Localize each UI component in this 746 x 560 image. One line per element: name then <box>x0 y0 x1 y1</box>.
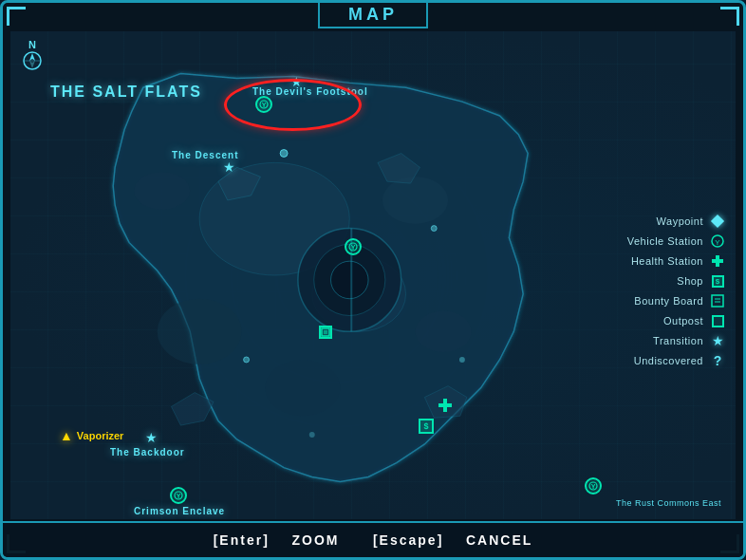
legend-label-health-station: Health Station <box>631 255 703 267</box>
legend-label-outpost: Outpost <box>663 315 703 327</box>
transition-icon-2: ★ <box>145 430 158 445</box>
legend-label-bounty-board: Bounty Board <box>634 295 703 307</box>
legend-label-shop: Shop <box>677 275 703 287</box>
bounty-board-icon <box>319 326 332 339</box>
svg-point-5 <box>134 172 190 210</box>
svg-text:Y: Y <box>351 244 356 251</box>
svg-point-2 <box>158 299 242 364</box>
svg-text:Y: Y <box>177 493 181 499</box>
bottom-bar: [Enter] ZOOM [Escape] CANCEL <box>3 521 743 557</box>
bounty-icon-svg <box>321 327 330 337</box>
footer-text: [Enter] ZOOM [Escape] CANCEL <box>211 532 536 548</box>
star-icon-2: ★ <box>145 430 158 445</box>
location-label-crimson-enclave: Crimson Enclave <box>134 506 225 516</box>
region-name-label: THE SALT FLATS <box>50 84 202 101</box>
escape-key-label: [Escape] <box>373 532 443 548</box>
legend-item-vehicle-station: Vehicle Station Y <box>627 233 726 250</box>
legend-item-outpost: Outpost <box>627 312 726 329</box>
legend-icon-vehicle-station: Y <box>709 233 726 250</box>
svg-point-6 <box>415 311 471 352</box>
map-title: MAP <box>348 5 398 24</box>
svg-point-4 <box>265 360 340 416</box>
legend-icon-transition: ★ <box>709 332 726 349</box>
svg-point-3 <box>382 177 448 223</box>
highlight-circle <box>224 79 362 131</box>
svg-marker-18 <box>29 61 35 68</box>
vehicle-station-crimson: Y <box>170 487 187 504</box>
health-icon-svg <box>438 398 453 413</box>
legend-item-shop: Shop $ <box>627 272 726 289</box>
vehicle-icon-crimson-svg: Y <box>174 491 183 500</box>
legend-health-svg <box>711 254 724 268</box>
legend-item-undiscovered: Undiscovered ? <box>627 352 726 369</box>
compass-icon <box>22 50 43 71</box>
svg-point-14 <box>459 357 465 363</box>
legend-label-transition: Transition <box>653 335 703 346</box>
legend-item-transition: Transition ★ <box>627 332 726 349</box>
map-legend: Waypoint Vehicle Station Y Health Statio… <box>627 213 726 369</box>
location-label-rust-commons: The Rust Commons East <box>616 498 721 508</box>
legend-icon-shop: $ <box>709 272 726 289</box>
svg-point-12 <box>431 226 437 232</box>
legend-icon-undiscovered: ? <box>709 352 726 369</box>
vehicle-station-bottom: Y <box>585 477 602 495</box>
compass-north: N <box>22 39 43 71</box>
legend-icon-health-station <box>709 252 726 270</box>
svg-point-15 <box>309 432 315 438</box>
legend-vehicle-svg: Y <box>710 233 725 249</box>
health-station-icon <box>438 398 453 413</box>
legend-label-undiscovered: Undiscovered <box>634 355 703 366</box>
legend-icon-outpost <box>709 312 726 329</box>
transition-icon-1: ★ <box>223 159 235 175</box>
vehicle-icon-bottom-svg: Y <box>588 481 598 491</box>
svg-point-13 <box>244 357 250 363</box>
legend-label-vehicle-station: Vehicle Station <box>627 235 703 247</box>
svg-rect-30 <box>322 328 329 336</box>
legend-label-waypoint: Waypoint <box>657 215 703 227</box>
location-label-backdoor: The Backdoor <box>110 447 185 457</box>
vaporizer-icon-container: ▲ Vaporizer <box>60 428 123 443</box>
legend-icon-bounty-board <box>709 292 726 309</box>
legend-star-icon: ★ <box>712 333 724 348</box>
svg-point-11 <box>280 150 288 158</box>
legend-item-waypoint: Waypoint <box>627 213 726 230</box>
legend-item-health-station: Health Station <box>627 252 726 270</box>
svg-rect-36 <box>712 259 723 263</box>
svg-text:Y: Y <box>591 483 596 490</box>
escape-action-label: CANCEL <box>466 532 532 548</box>
title-bar: MAP <box>318 3 428 28</box>
corner-tl <box>7 7 26 26</box>
enter-action-label: ZOOM <box>291 532 339 548</box>
legend-item-bounty-board: Bounty Board <box>627 292 726 309</box>
vaporizer-icon: ▲ <box>60 428 73 443</box>
svg-rect-29 <box>438 403 452 407</box>
corner-tr <box>720 7 739 26</box>
map-area: N THE SALT FLATS The Devil's Footstool T… <box>10 31 736 519</box>
vaporizer-label: Vaporizer <box>77 430 124 441</box>
shop-icon: $ <box>419 419 434 434</box>
question-mark-icon: ? <box>714 353 722 368</box>
svg-point-9 <box>331 261 369 299</box>
legend-bounty-svg <box>711 294 724 308</box>
vehicle-station-center: Y <box>345 238 362 255</box>
star-icon-1: ★ <box>223 159 235 175</box>
game-window: MAP <box>0 0 746 560</box>
enter-key-label: [Enter] <box>214 532 270 548</box>
legend-icon-waypoint <box>709 213 726 230</box>
svg-text:Y: Y <box>715 238 720 247</box>
vehicle-icon-center-svg: Y <box>348 242 358 252</box>
svg-marker-17 <box>29 53 35 61</box>
svg-rect-37 <box>712 295 723 307</box>
